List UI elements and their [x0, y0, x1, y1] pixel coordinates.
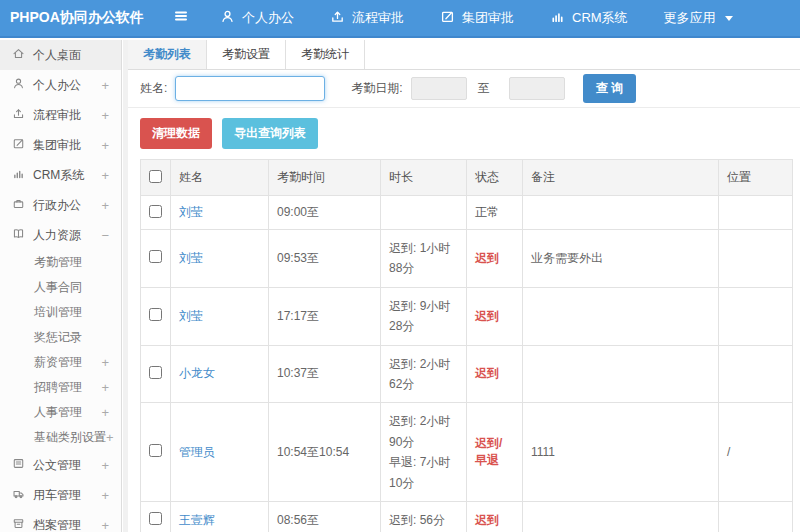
employee-name-link[interactable]: 王壹辉: [171, 501, 269, 532]
sidebar-subitem-label: 招聘管理: [34, 379, 82, 396]
sidebar-item-personal-office[interactable]: 个人办公 +: [0, 70, 121, 100]
export-list-button[interactable]: 导出查询列表: [222, 118, 318, 149]
location: [719, 501, 793, 532]
date-to-input[interactable]: [509, 77, 565, 100]
sidebar-subitem-recruitment-management[interactable]: 招聘管理 +: [0, 375, 121, 400]
clean-data-button[interactable]: 清理数据: [140, 118, 212, 149]
sidebar-item-human-resources[interactable]: 人力资源 −: [0, 220, 121, 250]
nav-crm-system[interactable]: CRM系统: [550, 9, 628, 27]
expand-sign: +: [101, 488, 109, 503]
select-all-checkbox[interactable]: [149, 170, 162, 183]
sidebar-item-group-approval[interactable]: 集团审批 +: [0, 130, 121, 160]
employee-name-link[interactable]: 小龙女: [171, 345, 269, 403]
nav-workflow-approval[interactable]: 流程审批: [330, 9, 404, 27]
nav-group-approval[interactable]: 集团审批: [440, 9, 514, 27]
sidebar-subitem-label: 人事合同: [34, 279, 82, 296]
expand-sign: +: [101, 458, 109, 473]
edit-icon: [12, 137, 25, 153]
status: 迟到: [467, 287, 523, 345]
duration: 迟到: 9小时28分: [381, 287, 467, 345]
sidebar-subitem-label: 人事管理: [34, 404, 82, 421]
remark: [523, 287, 719, 345]
expand-sign: +: [101, 518, 109, 532]
row-checkbox[interactable]: [149, 250, 162, 263]
sidebar-subitem-salary-management[interactable]: 薪资管理 +: [0, 350, 121, 375]
tab-attendance-settings[interactable]: 考勤设置: [207, 40, 286, 69]
row-checkbox[interactable]: [149, 205, 162, 218]
row-checkbox[interactable]: [149, 512, 162, 525]
nav-more-apps[interactable]: 更多应用: [664, 9, 733, 27]
attendance-time: 08:56至: [269, 501, 381, 532]
name-filter-label: 姓名:: [140, 80, 167, 97]
attendance-time: 09:00至: [269, 196, 381, 230]
nav-personal-office[interactable]: 个人办公: [220, 9, 294, 27]
employee-name-link[interactable]: 刘莹: [171, 287, 269, 345]
expand-sign: +: [101, 78, 109, 93]
sidebar-item-vehicle-management[interactable]: 用车管理 +: [0, 480, 121, 510]
sidebar-item-label: 个人办公: [33, 77, 81, 94]
column-header-status: 状态: [467, 160, 523, 196]
location: [719, 230, 793, 288]
attendance-table: 姓名 考勤时间 时长 状态 备注 位置 刘莹 09:00至 正常 刘莹 0: [140, 159, 793, 532]
row-checkbox[interactable]: [149, 444, 162, 457]
nav-label: 更多应用: [664, 9, 716, 27]
book-icon: [12, 227, 25, 243]
status: 迟到: [467, 230, 523, 288]
column-header-remark: 备注: [523, 160, 719, 196]
sidebar-subitem-training-management[interactable]: 培训管理: [0, 300, 121, 325]
header-checkbox-cell: [141, 160, 171, 196]
location: /: [719, 403, 793, 502]
sidebar-subitem-personnel-management[interactable]: 人事管理 +: [0, 400, 121, 425]
tab-attendance-statistics[interactable]: 考勤统计: [286, 40, 365, 69]
sidebar-item-archive-management[interactable]: 档案管理 +: [0, 510, 121, 532]
expand-sign: +: [101, 405, 109, 420]
sidebar-subitem-hr-contract[interactable]: 人事合同: [0, 275, 121, 300]
sidebar-subitem-base-category-settings[interactable]: 基础类别设置 +: [0, 425, 121, 450]
collapse-sign: −: [101, 228, 109, 243]
employee-name-link[interactable]: 刘莹: [171, 230, 269, 288]
attendance-time: 10:37至: [269, 345, 381, 403]
employee-name-link[interactable]: 管理员: [171, 403, 269, 502]
table-header-row: 姓名 考勤时间 时长 状态 备注 位置: [141, 160, 793, 196]
employee-name-link[interactable]: 刘莹: [171, 196, 269, 230]
name-filter-input[interactable]: [175, 76, 325, 101]
sidebar-item-admin-office[interactable]: 行政办公 +: [0, 190, 121, 220]
column-header-duration: 时长: [381, 160, 467, 196]
date-from-input[interactable]: [411, 77, 467, 100]
top-navigation: 个人办公 流程审批 集团审批 CRM系统 更多应用: [220, 9, 733, 27]
user-icon: [220, 9, 235, 27]
attendance-time: 09:53至: [269, 230, 381, 288]
hamburger-menu-button[interactable]: [172, 8, 190, 28]
status: 迟到/早退: [467, 403, 523, 502]
sidebar-item-label: 用车管理: [33, 487, 81, 504]
row-checkbox[interactable]: [149, 366, 162, 379]
status: 迟到: [467, 345, 523, 403]
bar-chart-icon: [550, 9, 565, 27]
hamburger-icon: [172, 8, 190, 28]
sidebar-item-crm-system[interactable]: CRM系统 +: [0, 160, 121, 190]
sidebar-item-personal-desktop[interactable]: 个人桌面: [0, 40, 121, 70]
sidebar-subitem-reward-punishment[interactable]: 奖惩记录: [0, 325, 121, 350]
column-header-name: 姓名: [171, 160, 269, 196]
row-checkbox[interactable]: [149, 308, 162, 321]
date-to-label: 至: [478, 80, 490, 97]
sidebar-item-document-management[interactable]: 公文管理 +: [0, 450, 121, 480]
document-icon: [12, 457, 25, 473]
table-row: 管理员 10:54至10:54 迟到: 2小时90分 早退: 7小时10分 迟到…: [141, 403, 793, 502]
expand-sign: +: [101, 108, 109, 123]
remark: [523, 345, 719, 403]
sidebar-item-label: 人力资源: [33, 227, 81, 244]
tab-attendance-list[interactable]: 考勤列表: [128, 40, 207, 69]
search-button[interactable]: 查 询: [583, 74, 636, 103]
tab-bar: 考勤列表 考勤设置 考勤统计: [128, 40, 800, 70]
location: [719, 345, 793, 403]
sidebar-item-label: CRM系统: [33, 167, 84, 184]
sidebar-subitem-attendance-management[interactable]: 考勤管理: [0, 250, 121, 275]
briefcase-icon: [12, 197, 25, 213]
top-header-bar: PHPOA协同办公软件 个人办公 流程审批 集团审批: [0, 0, 800, 38]
sidebar-subitem-label: 培训管理: [34, 304, 82, 321]
sidebar-item-label: 公文管理: [33, 457, 81, 474]
nav-label: CRM系统: [572, 9, 628, 27]
sidebar-item-workflow-approval[interactable]: 流程审批 +: [0, 100, 121, 130]
sidebar-subitem-label: 奖惩记录: [34, 329, 82, 346]
